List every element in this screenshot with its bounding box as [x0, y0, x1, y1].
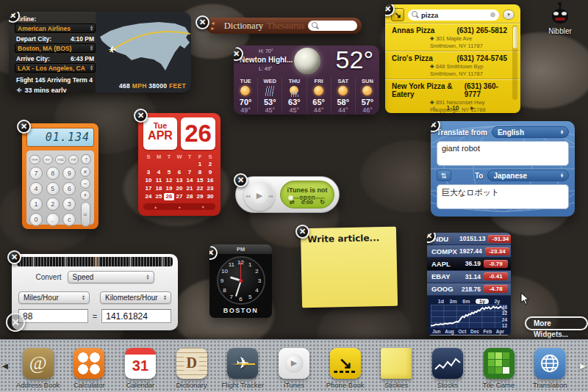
stock-row-COMPX[interactable]: COMPX1927.44-23.34	[427, 245, 511, 258]
phone-book-entry[interactable]: Annas Pizza(631) 265-5812✚301 Maple AveS…	[385, 23, 520, 51]
calendar-day[interactable]: 5	[164, 169, 174, 176]
key-8[interactable]: 8	[46, 167, 60, 180]
key-4[interactable]: 4	[29, 182, 43, 195]
memory-key-m+[interactable]: m+	[29, 155, 40, 164]
rewind-icon[interactable]: ◂◂	[245, 193, 250, 198]
repeat-icon[interactable]: ↻	[320, 199, 325, 206]
range-tab-1y[interactable]: 1y	[476, 299, 489, 304]
calendar-nav-button[interactable]: ▼	[201, 205, 205, 209]
calendar-icon[interactable]: 31	[125, 348, 156, 379]
from-value-input[interactable]: 88	[18, 309, 88, 323]
operator-key[interactable]: −	[80, 178, 90, 189]
phone-book-search-input[interactable]: pizza ⊗	[408, 10, 499, 21]
stepper-icon[interactable]: ▴▾	[90, 65, 93, 70]
stocks-icon[interactable]	[432, 348, 463, 379]
more-widgets-button[interactable]: More Widgets...	[525, 316, 588, 330]
dictionary-search-input[interactable]	[308, 21, 357, 31]
fast-forward-icon[interactable]: ▸▸	[269, 193, 273, 198]
calendar-day[interactable]: 3	[143, 169, 154, 176]
calendar-day[interactable]: 23	[205, 185, 215, 192]
airline-select[interactable]: American Airlines ▴▾	[15, 23, 96, 33]
calendar-nav-button[interactable]: ▲	[154, 205, 157, 209]
prev-next-arrows-icon[interactable]: ◄ ►	[210, 21, 220, 31]
thesaurus-tab[interactable]: Thesaurus	[267, 21, 304, 32]
operator-key[interactable]: +	[80, 190, 90, 200]
key-7[interactable]: 7	[29, 167, 43, 180]
dock-item-tile-game[interactable]: Tile Game	[476, 348, 523, 389]
stock-row-INDU[interactable]: INDU10151.13-91.34	[427, 233, 511, 245]
arrive-city-select[interactable]: LAX - Los Angeles, CA ▴▾	[15, 63, 96, 73]
tile-game-icon[interactable]	[484, 348, 514, 379]
dock-item-flight-tracker[interactable]: ✈Flight Tracker	[219, 348, 266, 389]
calendar-day[interactable]: 19	[164, 185, 174, 192]
key-c[interactable]: c	[62, 213, 76, 226]
key-0[interactable]: 0	[29, 213, 43, 226]
calendar-day[interactable]: 22	[195, 185, 205, 192]
stickies-widget[interactable]: Write article...	[301, 227, 398, 308]
dock-item-translation[interactable]: Translation	[526, 348, 573, 389]
calendar-day[interactable]: 21	[184, 185, 195, 192]
stock-row-GOOG[interactable]: GOOG218.75-4.78	[427, 283, 511, 296]
calendar-day[interactable]: 28	[184, 193, 195, 200]
stock-row-AAPL[interactable]: AAPL36.19-0.79	[427, 258, 511, 270]
calendar-day[interactable]: 14	[184, 177, 195, 184]
stepper-icon[interactable]: ▴▾	[164, 295, 166, 300]
stepper-icon[interactable]: ▴▾	[146, 275, 148, 280]
clear-search-icon[interactable]: ⊗	[490, 11, 495, 18]
close-icon[interactable]: ✕	[295, 225, 309, 239]
phone-book-icon[interactable]: ↘	[330, 348, 361, 379]
calendar-day[interactable]: 9	[205, 169, 215, 176]
dock-item-stickies[interactable]: Stickies	[373, 348, 420, 389]
next-page-arrow-icon[interactable]: ►	[470, 104, 476, 112]
dock-item-stocks[interactable]: Stocks	[424, 348, 471, 389]
memory-key-mr[interactable]: mr	[68, 155, 79, 164]
phone-book-entry[interactable]: Ciro's Pizza(631) 724-5745✚648 Smithtown…	[385, 51, 520, 79]
calendar-day[interactable]: 1	[195, 161, 205, 168]
translation-icon[interactable]	[534, 348, 565, 379]
calendar-day[interactable]: 17	[143, 185, 154, 192]
itunes-wheel[interactable]: ◂◂ ▶ ▸▸	[244, 180, 275, 211]
dictionary-tab[interactable]: Dictionary	[224, 21, 263, 32]
calendar-nav-button[interactable]: ●	[178, 205, 180, 209]
calendar-day[interactable]: 7	[184, 169, 195, 176]
calendar-day[interactable]: 24	[143, 193, 154, 200]
calendar-day[interactable]: 11	[154, 177, 164, 184]
dock-item-calendar[interactable]: 31Calendar	[117, 348, 164, 389]
calendar-day[interactable]: 12	[164, 177, 174, 184]
dictionary-icon[interactable]: D	[176, 348, 207, 379]
key-3[interactable]: 3	[62, 197, 76, 211]
swap-languages-button[interactable]: ⇅	[437, 170, 451, 181]
range-tab-1d[interactable]: 1d	[438, 299, 444, 304]
itunes-icon[interactable]: ▶	[279, 348, 309, 379]
key-5[interactable]: 5	[46, 182, 60, 195]
calendar-day[interactable]: 13	[174, 177, 184, 184]
source-text-area[interactable]: giant robot	[437, 141, 569, 166]
dock-item-address-book[interactable]: @Address Book	[15, 348, 62, 389]
to-unit-select[interactable]: Kilometers/Hour ▴▾	[100, 291, 171, 304]
key-2[interactable]: 2	[46, 197, 60, 211]
category-select[interactable]: Speed ▴▾	[68, 271, 154, 283]
memory-key-mc[interactable]: mc	[55, 155, 66, 164]
calendar-day[interactable]: 27	[174, 193, 184, 200]
stickies-icon[interactable]	[381, 348, 412, 379]
stock-row-EBAY[interactable]: EBAY31.14-0.41	[427, 271, 511, 283]
calendar-day[interactable]: 4	[154, 169, 164, 176]
close-widget-bar-button[interactable]: ✕	[6, 313, 25, 332]
key-6[interactable]: 6	[62, 182, 76, 195]
nibbler-item[interactable]: Nibbler	[541, 4, 579, 35]
stepper-icon[interactable]: ▴▾	[561, 130, 563, 135]
stepper-icon[interactable]: ▴▾	[82, 295, 85, 300]
calendar-day[interactable]: 30	[205, 193, 215, 200]
calendar-day[interactable]: 25	[154, 193, 164, 200]
calendar-day-selected[interactable]: 26	[164, 193, 174, 200]
dock-item-phone-book[interactable]: ↘Phone Book	[322, 348, 369, 389]
address-book-icon[interactable]: @	[23, 348, 54, 379]
calendar-day[interactable]: 8	[195, 169, 205, 176]
divide-key[interactable]: ÷	[81, 154, 91, 164]
close-icon[interactable]: ✕	[7, 250, 21, 264]
shuffle-icon[interactable]: ⇄	[290, 199, 295, 206]
calendar-day[interactable]: 6	[174, 169, 184, 176]
close-icon[interactable]: ✕	[134, 109, 148, 123]
dock-item-dictionary[interactable]: DDictionary	[168, 348, 215, 389]
stepper-icon[interactable]: ▴▾	[561, 173, 563, 178]
